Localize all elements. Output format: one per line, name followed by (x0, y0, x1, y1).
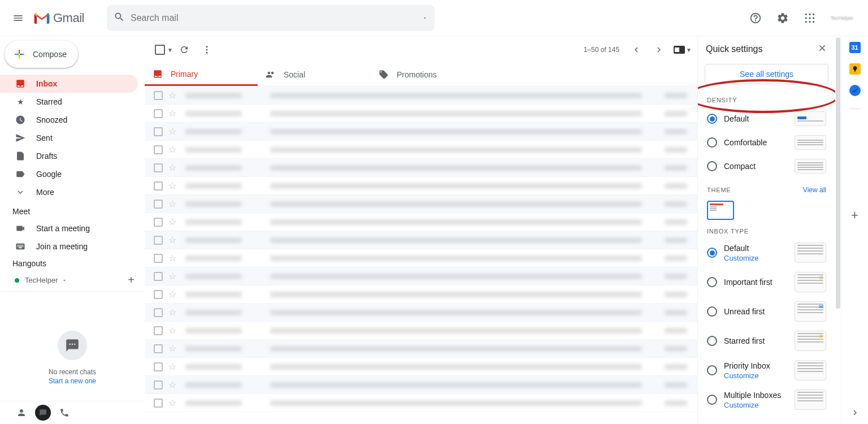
customize-link[interactable]: Customize (724, 371, 770, 380)
row-checkbox[interactable] (154, 254, 163, 263)
hangouts-user[interactable]: TecHelper (12, 276, 67, 284)
select-all-checkbox[interactable] (155, 45, 165, 55)
row-checkbox[interactable] (154, 380, 163, 390)
nav-sent[interactable]: Sent (0, 129, 138, 147)
inbox-type-priority-inbox[interactable]: Priority Inbox Customize (699, 356, 834, 385)
start-new-chat-link[interactable]: Start a new one (49, 377, 96, 385)
email-row[interactable]: ☆ (145, 141, 697, 159)
row-star-icon[interactable]: ☆ (168, 144, 176, 155)
calendar-addon-icon[interactable]: 31 (849, 42, 861, 53)
nav-inbox[interactable]: Inbox (0, 75, 138, 93)
nav-snoozed[interactable]: Snoozed (0, 111, 138, 129)
inbox-type-default[interactable]: Default Customize (699, 238, 834, 267)
email-row[interactable]: ☆ (145, 249, 697, 267)
footer-hangouts-icon[interactable] (35, 405, 51, 421)
see-all-settings-button[interactable]: See all settings (705, 64, 828, 84)
email-row[interactable]: ☆ (145, 159, 697, 177)
more-actions-button[interactable] (196, 38, 218, 61)
tab-primary[interactable]: Primary (145, 63, 258, 86)
settings-gear-icon[interactable] (771, 7, 794, 29)
email-row[interactable]: ☆ (145, 105, 697, 123)
tasks-addon-icon[interactable] (849, 85, 861, 96)
email-row[interactable]: ☆ (145, 86, 697, 105)
row-star-icon[interactable]: ☆ (168, 343, 176, 354)
row-checkbox[interactable] (154, 362, 163, 371)
row-star-icon[interactable]: ☆ (168, 126, 176, 137)
tab-social[interactable]: Social (258, 63, 371, 86)
row-star-icon[interactable]: ☆ (168, 235, 176, 245)
row-checkbox[interactable] (154, 218, 163, 227)
compose-button[interactable]: Compose (5, 41, 78, 68)
get-addons-icon[interactable]: + (849, 210, 861, 221)
row-checkbox[interactable] (154, 236, 163, 245)
row-star-icon[interactable]: ☆ (168, 325, 176, 336)
collapse-panel-icon[interactable] (849, 407, 861, 418)
row-checkbox[interactable] (154, 127, 163, 136)
footer-phone-icon[interactable] (57, 405, 72, 421)
search-options-icon[interactable] (422, 14, 428, 23)
row-checkbox[interactable] (154, 145, 163, 154)
email-row[interactable]: ☆ (145, 123, 697, 141)
row-star-icon[interactable]: ☆ (168, 361, 176, 372)
row-checkbox[interactable] (154, 344, 163, 353)
row-checkbox[interactable] (154, 290, 163, 299)
meet-join[interactable]: Join a meeting (0, 237, 138, 256)
keep-addon-icon[interactable] (849, 63, 861, 75)
row-star-icon[interactable]: ☆ (168, 307, 176, 318)
nav-drafts[interactable]: Drafts (0, 147, 138, 165)
row-checkbox[interactable] (154, 272, 163, 281)
density-compact[interactable]: Compact (699, 154, 834, 178)
row-checkbox[interactable] (154, 308, 163, 317)
support-icon[interactable] (744, 7, 767, 29)
row-star-icon[interactable]: ☆ (168, 397, 176, 408)
email-row[interactable]: ☆ (145, 267, 697, 285)
nav-more[interactable]: More (0, 183, 138, 201)
email-row[interactable]: ☆ (145, 177, 697, 195)
main-menu-button[interactable] (5, 5, 32, 32)
meet-start[interactable]: Start a meeting (0, 219, 138, 237)
inbox-type-unread-first[interactable]: Unread first ✉ (699, 297, 834, 326)
customize-link[interactable]: Customize (724, 254, 758, 262)
row-star-icon[interactable]: ☆ (168, 162, 176, 173)
density-comfortable[interactable]: Comfortable (699, 131, 834, 154)
email-list[interactable]: ☆ ☆ ☆ ☆ ☆ ☆ ☆ ☆ (145, 86, 697, 424)
search-icon[interactable] (114, 11, 125, 24)
row-checkbox[interactable] (154, 181, 163, 191)
row-checkbox[interactable] (154, 326, 163, 335)
customize-link[interactable]: Customize (724, 401, 781, 409)
row-checkbox[interactable] (154, 200, 163, 209)
row-checkbox[interactable] (154, 399, 163, 408)
email-row[interactable]: ☆ (145, 358, 697, 376)
row-star-icon[interactable]: ☆ (168, 217, 176, 227)
email-row[interactable]: ☆ (145, 195, 697, 213)
email-row[interactable]: ☆ (145, 340, 697, 358)
refresh-button[interactable] (173, 38, 196, 61)
row-star-icon[interactable]: ☆ (168, 108, 176, 119)
row-checkbox[interactable] (154, 109, 163, 118)
row-checkbox[interactable] (154, 163, 163, 172)
select-dropdown-icon[interactable]: ▼ (167, 47, 173, 53)
account-profile[interactable]: TecHelper (826, 15, 858, 21)
split-pane-dropdown-icon[interactable]: ▼ (686, 47, 692, 53)
next-page-button[interactable] (648, 38, 670, 61)
close-quick-settings-icon[interactable] (817, 43, 827, 55)
theme-thumbnail[interactable] (707, 201, 734, 220)
footer-person-icon[interactable] (14, 405, 29, 421)
row-checkbox[interactable] (154, 91, 163, 100)
scrollbar[interactable] (836, 37, 840, 309)
email-row[interactable]: ☆ (145, 322, 697, 340)
email-row[interactable]: ☆ (145, 394, 697, 412)
email-row[interactable]: ☆ (145, 285, 697, 304)
row-star-icon[interactable]: ☆ (168, 90, 176, 101)
email-row[interactable]: ☆ (145, 231, 697, 249)
row-star-icon[interactable]: ☆ (168, 253, 176, 263)
nav-google[interactable]: Google (0, 165, 138, 183)
nav-starred[interactable]: ★Starred (0, 93, 138, 111)
apps-grid-icon[interactable] (798, 7, 821, 29)
row-star-icon[interactable]: ☆ (168, 198, 176, 209)
prev-page-button[interactable] (625, 38, 648, 61)
row-star-icon[interactable]: ☆ (168, 289, 176, 300)
tab-promotions[interactable]: Promotions (371, 63, 484, 86)
row-star-icon[interactable]: ☆ (168, 271, 176, 282)
split-pane-toggle[interactable] (674, 46, 685, 54)
